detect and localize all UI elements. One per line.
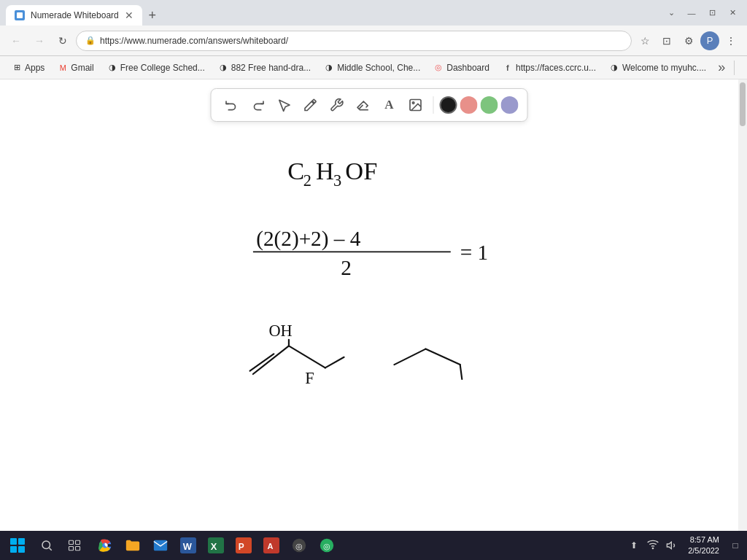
tools-button[interactable] [325,93,349,117]
svg-text:A: A [268,542,274,551]
task-view-button[interactable] [61,532,88,559]
taskbar-app6[interactable]: A [258,532,285,559]
taskbar-excel[interactable]: X [203,532,229,559]
svg-rect-6 [69,547,74,551]
other-bookmarks[interactable]: 📁 Other bookmarks [740,59,747,77]
url-text: https://www.numerade.com/answers/whitebo… [100,36,622,46]
new-tab-button[interactable]: + [142,5,163,26]
restore-button[interactable]: ⊡ [703,4,721,22]
minimize-button[interactable]: — [683,4,700,22]
taskbar-app8[interactable]: ◎ [314,532,340,559]
scrollbar[interactable] [738,79,747,531]
notification-icon[interactable]: □ [727,537,744,554]
taskbar-mail[interactable] [147,532,174,559]
molecule-right-line [289,346,325,368]
bookmarks-right: 📁 Other bookmarks ☰ Reading list [731,59,747,77]
extensions-icon[interactable]: ⚙ [678,31,699,51]
bookmarks-star[interactable]: ☆ [635,31,655,51]
address-bar[interactable]: 🔒 https://www.numerade.com/answers/white… [76,31,632,51]
network-icon[interactable] [644,537,662,554]
nav-bar: ← → ↻ 🔒 https://www.numerade.com/answers… [0,26,747,56]
browser-window: Numerade Whiteboard ✕ + ⌄ — ⊡ ✕ ← → ↻ 🔒 … [0,0,747,560]
content-area: A C 2 H 3 OF (2(2)+ [0,79,747,531]
taskbar-app7[interactable]: ◎ [286,532,312,559]
formula-equals: = 1 [460,241,488,264]
text-button[interactable]: A [378,93,401,117]
formula-subscript-3: 3 [333,171,341,190]
forward-button[interactable]: → [29,31,50,51]
bookmark-middleschool-label: Middle School, Che... [337,63,420,73]
tab-close-button[interactable]: ✕ [125,9,133,21]
bookmark-apps[interactable]: ⊞ Apps [6,59,50,77]
bookmark-handdrawn[interactable]: ◑ 882 Free hand-dra... [212,59,317,77]
svg-text:W: W [183,541,193,552]
scrollbar-thumb[interactable] [740,82,746,126]
right-mol-right [425,349,460,365]
bookmark-faces[interactable]: f https://faces.ccrc.u... [497,59,602,77]
bookmark-myuhc-label: Welcome to myuhc.... [622,63,706,73]
color-black[interactable] [440,96,457,114]
svg-rect-7 [76,547,80,551]
formula-of: OF [345,157,377,184]
system-tray: ⬆ 8:57 AM 2/5/2022 □ [625,534,744,557]
profile-button[interactable]: ⌄ [662,4,680,22]
bookmark-college[interactable]: ◑ Free College Sched... [101,59,211,77]
svg-point-2 [42,541,50,549]
right-mol-tail [460,365,462,379]
college-icon: ◑ [107,63,117,73]
svg-rect-4 [69,540,74,544]
bookmark-college-label: Free College Sched... [120,63,205,73]
start-button[interactable] [3,532,32,559]
nav-actions: ☆ ⊡ ⚙ P ⋮ [635,31,741,51]
pen-button[interactable] [299,93,322,117]
toolbar-separator [433,96,434,114]
color-green[interactable] [481,96,498,114]
search-button[interactable] [34,532,60,559]
undo-button[interactable] [220,93,244,117]
gmail-icon: M [58,63,68,73]
menu-button[interactable]: ⋮ [721,31,741,51]
profile-avatar[interactable]: P [700,31,719,50]
taskbar-word[interactable]: W [175,532,201,559]
taskbar-chrome[interactable] [92,532,118,559]
image-button[interactable] [404,93,427,117]
refresh-button[interactable]: ↻ [53,31,73,51]
taskbar-file-explorer[interactable] [120,532,146,559]
molecule-ext-line [325,357,344,368]
bookmark-myuhc[interactable]: ◑ Welcome to myuhc.... [603,59,712,77]
close-button[interactable]: ✕ [724,4,741,22]
svg-marker-22 [667,542,672,548]
bookmark-middleschool[interactable]: ◑ Middle School, Che... [318,59,426,77]
whiteboard-area[interactable]: A C 2 H 3 OF (2(2)+ [0,79,738,531]
svg-text:◎: ◎ [295,542,303,551]
whiteboard-svg: C 2 H 3 OF (2(2)+2) – 4 2 = 1 OH [0,123,738,531]
tray-icon-1[interactable]: ⬆ [625,537,643,554]
tab-title: Numerade Whiteboard [31,10,119,20]
svg-rect-5 [76,540,80,544]
select-button[interactable] [273,93,296,117]
bookmark-icon[interactable]: ⊡ [657,31,677,51]
back-button[interactable]: ← [6,31,26,51]
window-controls: ⌄ — ⊡ ✕ [662,4,741,22]
formula-subscript-2: 2 [303,171,311,190]
bookmarks-more-button[interactable]: » [713,59,729,77]
formula-molecular: C [287,157,304,184]
volume-icon[interactable] [663,537,681,554]
color-pink[interactable] [460,96,478,114]
taskbar-apps: W X P A ◎ ◎ [89,532,624,559]
taskbar-powerpoint[interactable]: P [231,532,257,559]
eraser-button[interactable] [352,93,375,117]
bookmark-apps-label: Apps [25,63,44,73]
bookmark-gmail[interactable]: M Gmail [52,59,99,77]
redo-button[interactable] [247,93,270,117]
bookmark-dashboard[interactable]: ◎ Dashboard [427,59,495,77]
bookmark-gmail-label: Gmail [71,63,93,73]
svg-text:◎: ◎ [323,542,330,551]
system-clock[interactable]: 8:57 AM 2/5/2022 [682,534,725,557]
bookmark-handdrawn-label: 882 Free hand-dra... [231,63,311,73]
bookmark-faces-label: https://faces.ccrc.u... [516,63,596,73]
color-purple[interactable] [501,96,519,114]
middleschool-icon: ◑ [324,63,334,73]
active-tab[interactable]: Numerade Whiteboard ✕ [6,5,142,26]
f-label: F [305,369,314,387]
